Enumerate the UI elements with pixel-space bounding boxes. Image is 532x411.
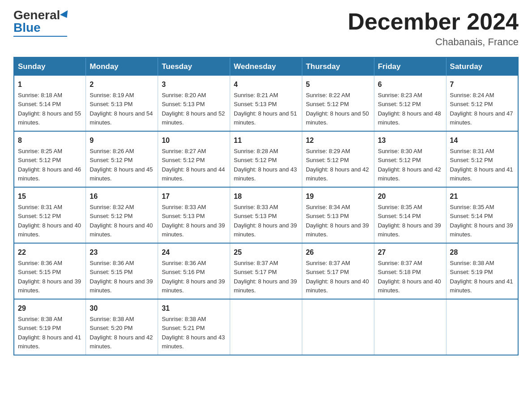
- day-info: Sunrise: 8:26 AMSunset: 5:12 PMDaylight:…: [90, 148, 153, 182]
- day-info: Sunrise: 8:22 AMSunset: 5:12 PMDaylight:…: [306, 92, 369, 126]
- table-row: 26 Sunrise: 8:37 AMSunset: 5:17 PMDaylig…: [302, 243, 374, 299]
- table-row: [446, 299, 518, 355]
- day-info: Sunrise: 8:38 AMSunset: 5:19 PMDaylight:…: [18, 316, 81, 350]
- table-row: 22 Sunrise: 8:36 AMSunset: 5:15 PMDaylig…: [14, 243, 86, 299]
- day-number: 20: [378, 191, 442, 202]
- day-info: Sunrise: 8:35 AMSunset: 5:14 PMDaylight:…: [378, 204, 441, 238]
- header-saturday: Saturday: [446, 57, 518, 76]
- table-row: 29 Sunrise: 8:38 AMSunset: 5:19 PMDaylig…: [14, 299, 86, 355]
- day-info: Sunrise: 8:28 AMSunset: 5:12 PMDaylight:…: [234, 148, 297, 182]
- day-number: 5: [306, 79, 370, 90]
- day-number: 11: [234, 135, 298, 146]
- logo: General Blue: [13, 9, 70, 37]
- day-info: Sunrise: 8:34 AMSunset: 5:13 PMDaylight:…: [306, 204, 369, 238]
- day-number: 29: [18, 303, 82, 314]
- day-info: Sunrise: 8:24 AMSunset: 5:12 PMDaylight:…: [450, 92, 513, 126]
- table-row: 27 Sunrise: 8:37 AMSunset: 5:18 PMDaylig…: [374, 243, 446, 299]
- day-info: Sunrise: 8:30 AMSunset: 5:12 PMDaylight:…: [378, 148, 441, 182]
- table-row: 20 Sunrise: 8:35 AMSunset: 5:14 PMDaylig…: [374, 187, 446, 243]
- table-row: 14 Sunrise: 8:31 AMSunset: 5:12 PMDaylig…: [446, 131, 518, 187]
- table-row: 12 Sunrise: 8:29 AMSunset: 5:12 PMDaylig…: [302, 131, 374, 187]
- day-info: Sunrise: 8:32 AMSunset: 5:12 PMDaylight:…: [90, 204, 153, 238]
- table-row: 16 Sunrise: 8:32 AMSunset: 5:12 PMDaylig…: [86, 187, 158, 243]
- day-info: Sunrise: 8:19 AMSunset: 5:13 PMDaylight:…: [90, 92, 153, 126]
- day-info: Sunrise: 8:35 AMSunset: 5:14 PMDaylight:…: [450, 204, 513, 238]
- week-row-1: 1 Sunrise: 8:18 AMSunset: 5:14 PMDayligh…: [14, 76, 518, 131]
- day-info: Sunrise: 8:36 AMSunset: 5:15 PMDaylight:…: [90, 260, 153, 294]
- day-info: Sunrise: 8:23 AMSunset: 5:12 PMDaylight:…: [378, 92, 441, 126]
- table-row: 4 Sunrise: 8:21 AMSunset: 5:13 PMDayligh…: [230, 76, 302, 131]
- day-number: 27: [378, 247, 442, 258]
- day-info: Sunrise: 8:33 AMSunset: 5:13 PMDaylight:…: [234, 204, 297, 238]
- day-number: 12: [306, 135, 370, 146]
- week-row-5: 29 Sunrise: 8:38 AMSunset: 5:19 PMDaylig…: [14, 299, 518, 355]
- day-number: 17: [162, 191, 226, 202]
- day-info: Sunrise: 8:38 AMSunset: 5:19 PMDaylight:…: [450, 260, 513, 294]
- table-row: 3 Sunrise: 8:20 AMSunset: 5:13 PMDayligh…: [158, 76, 230, 131]
- day-number: 2: [90, 79, 154, 90]
- table-row: 18 Sunrise: 8:33 AMSunset: 5:13 PMDaylig…: [230, 187, 302, 243]
- day-info: Sunrise: 8:29 AMSunset: 5:12 PMDaylight:…: [306, 148, 369, 182]
- day-info: Sunrise: 8:37 AMSunset: 5:18 PMDaylight:…: [378, 260, 441, 294]
- calendar-header-row: Sunday Monday Tuesday Wednesday Thursday…: [14, 57, 518, 76]
- day-number: 4: [234, 79, 298, 90]
- week-row-2: 8 Sunrise: 8:25 AMSunset: 5:12 PMDayligh…: [14, 131, 518, 187]
- day-info: Sunrise: 8:18 AMSunset: 5:14 PMDaylight:…: [18, 92, 81, 126]
- header-monday: Monday: [86, 57, 158, 76]
- day-number: 25: [234, 247, 298, 258]
- table-row: [302, 299, 374, 355]
- table-row: 1 Sunrise: 8:18 AMSunset: 5:14 PMDayligh…: [14, 76, 86, 131]
- day-info: Sunrise: 8:37 AMSunset: 5:17 PMDaylight:…: [234, 260, 297, 294]
- day-number: 22: [18, 247, 82, 258]
- header-thursday: Thursday: [302, 57, 374, 76]
- day-number: 10: [162, 135, 226, 146]
- day-number: 28: [450, 247, 514, 258]
- table-row: 30 Sunrise: 8:38 AMSunset: 5:20 PMDaylig…: [86, 299, 158, 355]
- table-row: 9 Sunrise: 8:26 AMSunset: 5:12 PMDayligh…: [86, 131, 158, 187]
- logo-triangle-icon: [60, 10, 71, 20]
- table-row: 10 Sunrise: 8:27 AMSunset: 5:12 PMDaylig…: [158, 131, 230, 187]
- day-number: 26: [306, 247, 370, 258]
- day-number: 6: [378, 79, 442, 90]
- month-year-title: December 2024: [348, 9, 519, 34]
- table-row: 11 Sunrise: 8:28 AMSunset: 5:12 PMDaylig…: [230, 131, 302, 187]
- day-info: Sunrise: 8:21 AMSunset: 5:13 PMDaylight:…: [234, 92, 297, 126]
- day-info: Sunrise: 8:27 AMSunset: 5:12 PMDaylight:…: [162, 148, 225, 182]
- week-row-4: 22 Sunrise: 8:36 AMSunset: 5:15 PMDaylig…: [14, 243, 518, 299]
- day-number: 16: [90, 191, 154, 202]
- table-row: 8 Sunrise: 8:25 AMSunset: 5:12 PMDayligh…: [14, 131, 86, 187]
- day-info: Sunrise: 8:20 AMSunset: 5:13 PMDaylight:…: [162, 92, 225, 126]
- day-number: 7: [450, 79, 514, 90]
- table-row: 6 Sunrise: 8:23 AMSunset: 5:12 PMDayligh…: [374, 76, 446, 131]
- table-row: 25 Sunrise: 8:37 AMSunset: 5:17 PMDaylig…: [230, 243, 302, 299]
- day-info: Sunrise: 8:38 AMSunset: 5:20 PMDaylight:…: [90, 316, 153, 350]
- table-row: 24 Sunrise: 8:36 AMSunset: 5:16 PMDaylig…: [158, 243, 230, 299]
- day-number: 21: [450, 191, 514, 202]
- day-info: Sunrise: 8:36 AMSunset: 5:16 PMDaylight:…: [162, 260, 225, 294]
- table-row: 7 Sunrise: 8:24 AMSunset: 5:12 PMDayligh…: [446, 76, 518, 131]
- day-number: 3: [162, 79, 226, 90]
- table-row: 28 Sunrise: 8:38 AMSunset: 5:19 PMDaylig…: [446, 243, 518, 299]
- day-number: 8: [18, 135, 82, 146]
- day-info: Sunrise: 8:31 AMSunset: 5:12 PMDaylight:…: [450, 148, 513, 182]
- day-number: 31: [162, 303, 226, 314]
- table-row: 13 Sunrise: 8:30 AMSunset: 5:12 PMDaylig…: [374, 131, 446, 187]
- header-sunday: Sunday: [14, 57, 86, 76]
- header-wednesday: Wednesday: [230, 57, 302, 76]
- table-row: 15 Sunrise: 8:31 AMSunset: 5:12 PMDaylig…: [14, 187, 86, 243]
- table-row: [374, 299, 446, 355]
- day-number: 9: [90, 135, 154, 146]
- day-number: 24: [162, 247, 226, 258]
- calendar-table: Sunday Monday Tuesday Wednesday Thursday…: [13, 57, 519, 355]
- table-row: [230, 299, 302, 355]
- table-row: 2 Sunrise: 8:19 AMSunset: 5:13 PMDayligh…: [86, 76, 158, 131]
- title-area: December 2024 Chabanais, France: [348, 9, 519, 48]
- day-number: 15: [18, 191, 82, 202]
- table-row: 23 Sunrise: 8:36 AMSunset: 5:15 PMDaylig…: [86, 243, 158, 299]
- week-row-3: 15 Sunrise: 8:31 AMSunset: 5:12 PMDaylig…: [14, 187, 518, 243]
- day-info: Sunrise: 8:25 AMSunset: 5:12 PMDaylight:…: [18, 148, 81, 182]
- table-row: 31 Sunrise: 8:38 AMSunset: 5:21 PMDaylig…: [158, 299, 230, 355]
- logo-underline: [13, 36, 67, 37]
- day-info: Sunrise: 8:36 AMSunset: 5:15 PMDaylight:…: [18, 260, 81, 294]
- day-info: Sunrise: 8:38 AMSunset: 5:21 PMDaylight:…: [162, 316, 225, 350]
